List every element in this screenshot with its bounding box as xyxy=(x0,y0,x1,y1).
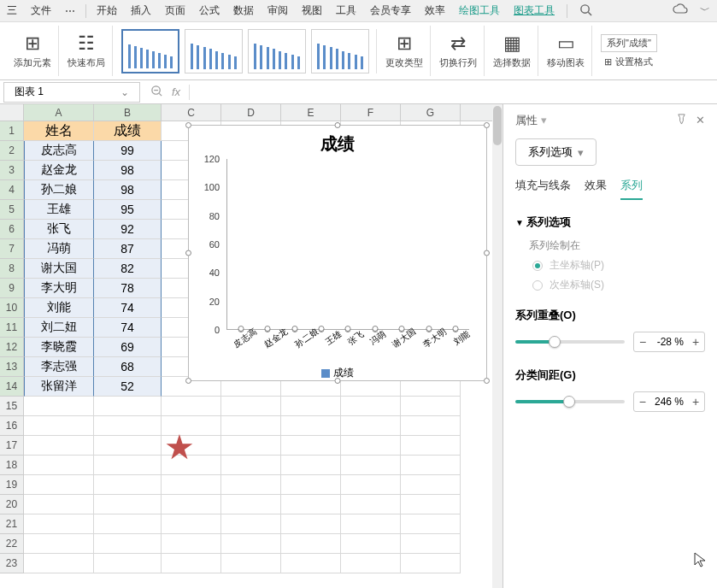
row-header[interactable]: 8 xyxy=(0,259,24,279)
menu-review[interactable]: 审阅 xyxy=(261,3,295,18)
star-shape[interactable]: ★ xyxy=(164,427,195,467)
cell[interactable] xyxy=(24,397,94,416)
row-header[interactable]: 18 xyxy=(0,456,24,475)
row-header[interactable]: 17 xyxy=(0,436,24,456)
series-overlap-slider[interactable] xyxy=(515,340,625,344)
section-series-options[interactable]: 系列选项 xyxy=(515,215,705,230)
cell[interactable] xyxy=(221,456,281,475)
row-header[interactable]: 5 xyxy=(0,200,24,220)
cell[interactable]: 68 xyxy=(94,357,162,377)
cell[interactable]: 78 xyxy=(94,279,162,298)
cell[interactable]: 74 xyxy=(94,318,162,338)
hamburger-icon[interactable]: 三 xyxy=(7,3,17,18)
change-type-button[interactable]: ⊞ 更改类型 xyxy=(379,26,431,76)
menu-efficiency[interactable]: 效率 xyxy=(418,3,452,18)
gap-width-spinner[interactable]: − 246 % + xyxy=(633,391,705,412)
cell[interactable] xyxy=(401,495,461,514)
cell[interactable] xyxy=(24,475,94,495)
embedded-chart[interactable]: 成绩 020406080100120 皮志高赵金龙孙二娘王雄张飞冯萌谢大国李大明… xyxy=(188,125,487,381)
cell[interactable]: 赵金龙 xyxy=(24,161,94,180)
cell[interactable] xyxy=(341,534,401,554)
cell[interactable]: 95 xyxy=(94,200,162,220)
cell[interactable] xyxy=(94,475,162,495)
col-header-A[interactable]: A xyxy=(24,104,94,121)
chart-title[interactable]: 成绩 xyxy=(189,126,486,159)
cell[interactable]: 谢大国 xyxy=(24,259,94,279)
cell[interactable] xyxy=(281,456,341,475)
cell[interactable] xyxy=(341,475,401,495)
row-header[interactable]: 22 xyxy=(0,534,24,554)
select-data-button[interactable]: ▦ 选择数据 xyxy=(486,26,538,76)
cell[interactable]: 李大明 xyxy=(24,279,94,298)
cell[interactable] xyxy=(221,475,281,495)
increase-button[interactable]: + xyxy=(687,392,704,411)
switch-rowcol-button[interactable]: ⇄ 切换行列 xyxy=(432,26,485,76)
cell[interactable] xyxy=(94,397,162,416)
cell[interactable] xyxy=(94,495,162,514)
cell[interactable]: 98 xyxy=(94,161,162,180)
cell[interactable]: 82 xyxy=(94,259,162,279)
col-header-F[interactable]: F xyxy=(341,104,401,121)
cell[interactable] xyxy=(281,495,341,514)
cell[interactable] xyxy=(281,534,341,554)
cell[interactable] xyxy=(281,436,341,456)
cell[interactable]: 98 xyxy=(94,180,162,200)
tab-effect[interactable]: 效果 xyxy=(585,178,607,200)
cell[interactable] xyxy=(94,514,162,534)
cell[interactable] xyxy=(341,416,401,436)
col-header-D[interactable]: D xyxy=(221,104,281,121)
cell[interactable]: 刘二妞 xyxy=(24,318,94,338)
row-header[interactable]: 2 xyxy=(0,141,24,161)
col-header-G[interactable]: G xyxy=(401,104,461,121)
row-header[interactable]: 10 xyxy=(0,298,24,318)
cell[interactable] xyxy=(281,554,341,573)
cell[interactable] xyxy=(24,436,94,456)
pin-icon[interactable] xyxy=(676,114,687,127)
cell[interactable] xyxy=(24,456,94,475)
row-header[interactable]: 21 xyxy=(0,514,24,534)
chevron-down-icon[interactable]: ﹀ xyxy=(700,3,710,18)
cell[interactable] xyxy=(401,475,461,495)
col-header-B[interactable]: B xyxy=(94,104,162,121)
cell[interactable]: 刘能 xyxy=(24,298,94,318)
cell[interactable] xyxy=(94,554,162,573)
col-header-C[interactable]: C xyxy=(162,104,221,121)
tab-fill[interactable]: 填充与线条 xyxy=(515,178,571,200)
cell[interactable] xyxy=(221,554,281,573)
fx-label[interactable]: fx xyxy=(172,85,180,98)
cell[interactable]: 成绩 xyxy=(94,121,162,141)
chart-plot-area[interactable]: 020406080100120 xyxy=(223,159,469,330)
chart-style-2[interactable] xyxy=(185,29,243,74)
increase-button[interactable]: + xyxy=(687,332,704,351)
cell[interactable] xyxy=(24,534,94,554)
cell[interactable] xyxy=(94,534,162,554)
cell[interactable]: 87 xyxy=(94,239,162,259)
row-header[interactable]: 1 xyxy=(0,121,24,141)
zoom-out-icon[interactable] xyxy=(150,85,163,100)
row-header[interactable]: 11 xyxy=(0,318,24,338)
cell[interactable] xyxy=(221,436,281,456)
menu-tools[interactable]: 工具 xyxy=(329,3,363,18)
menu-file[interactable]: 文件 xyxy=(24,3,58,18)
row-header[interactable]: 23 xyxy=(0,554,24,573)
cell[interactable] xyxy=(281,416,341,436)
cell[interactable]: 王雄 xyxy=(24,200,94,220)
cell[interactable] xyxy=(94,416,162,436)
cell[interactable] xyxy=(401,397,461,416)
cell[interactable] xyxy=(281,475,341,495)
search-icon[interactable] xyxy=(579,3,592,19)
row-header[interactable]: 15 xyxy=(0,397,24,416)
menu-chart-tools[interactable]: 图表工具 xyxy=(507,3,561,18)
select-all-corner[interactable] xyxy=(0,104,24,121)
cell[interactable] xyxy=(162,475,221,495)
series-options-dropdown[interactable]: 系列选项▾ xyxy=(515,138,597,166)
menu-view[interactable]: 视图 xyxy=(295,3,329,18)
menu-formula[interactable]: 公式 xyxy=(192,3,226,18)
decrease-button[interactable]: − xyxy=(634,332,651,351)
cell[interactable] xyxy=(221,514,281,534)
cell[interactable]: 69 xyxy=(94,338,162,357)
cell[interactable] xyxy=(221,397,281,416)
cell[interactable]: 皮志高 xyxy=(24,141,94,161)
cell[interactable]: 孙二娘 xyxy=(24,180,94,200)
row-header[interactable]: 16 xyxy=(0,416,24,436)
